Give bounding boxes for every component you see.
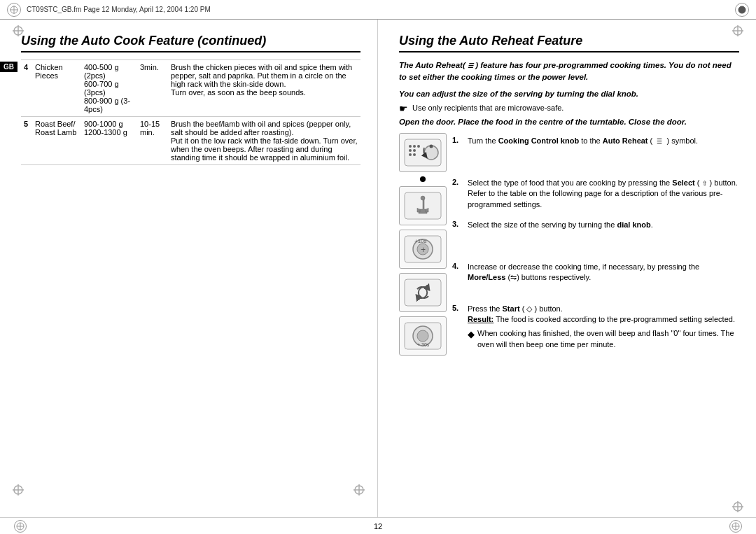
diamond-icon: ◆: [468, 328, 475, 342]
svg-text:+ 30s: + 30s: [417, 342, 430, 347]
right-section-title: Using the Auto Reheat Feature: [399, 34, 739, 52]
icon-more-less: [399, 273, 447, 312]
bottom-left-crosshair: [13, 484, 24, 498]
instruction-4: Brush the chicken pieces with oil and sp…: [168, 60, 360, 117]
step-1: 1. Turn the Cooking Control knob to the …: [452, 133, 739, 172]
step-3-text: Select the size of the serving by turnin…: [468, 220, 739, 231]
food-4: Chicken Pieces: [32, 60, 81, 117]
footer-corner-right: [729, 520, 742, 533]
step-4-text: Increase or decrease the cooking time, i…: [468, 262, 739, 284]
instruction-table: 4 Chicken Pieces 400-500 g (2pcs)600-700…: [21, 59, 360, 165]
step-3-num: 3.: [452, 220, 465, 228]
weight-4: 400-500 g (2pcs)600-700 g (3pcs)800-900 …: [81, 60, 137, 117]
page-number: 12: [374, 522, 382, 531]
bullet-icon: ☛: [399, 104, 408, 113]
step-3: 3. Select the size of the serving by tur…: [452, 217, 739, 256]
svg-point-27: [421, 196, 425, 200]
right-page: Using the Auto Reheat Feature The Auto R…: [378, 20, 756, 517]
step-5-num: 5.: [452, 304, 465, 312]
table-row: 4 Chicken Pieces 400-500 g (2pcs)600-700…: [21, 60, 360, 117]
gb-label: GB: [0, 62, 18, 72]
mid-bullet-1: [420, 176, 426, 182]
row-num-5: 5: [21, 117, 32, 165]
svg-point-21: [413, 149, 416, 152]
step-5: 5. Press the Start ( ◇ ) button. Result:…: [452, 301, 739, 351]
svg-point-20: [409, 149, 412, 152]
instruction-5: Brush the beef/lamb with oil and spices …: [168, 117, 360, 165]
svg-point-18: [413, 145, 416, 148]
svg-point-3: [738, 6, 746, 13]
diamond-bullet: ◆ When cooking has finished, the oven wi…: [468, 328, 739, 351]
step-4: 4. Increase or decrease the cooking time…: [452, 259, 739, 298]
footer: 12: [0, 517, 756, 534]
step-2: 2. Select the type of food that you are …: [452, 175, 739, 214]
top-left-crosshair: [13, 25, 24, 38]
icon-knob-reheat: [399, 133, 447, 172]
steps-column: 1. Turn the Cooking Control knob to the …: [452, 133, 739, 504]
diamond-text: When cooking has finished, the oven will…: [477, 328, 739, 351]
icons-column: + +10s: [399, 133, 447, 504]
open-door-text: Open the door. Place the food in the cen…: [399, 118, 739, 126]
step-2-text: Select the type of food that you are coo…: [468, 178, 739, 211]
step-1-num: 1.: [452, 136, 465, 144]
step-2-num: 2.: [452, 178, 465, 186]
left-section-title: Using the Auto Cook Feature (continued): [21, 34, 360, 52]
svg-rect-33: [405, 279, 441, 306]
top-right-crosshair: [732, 25, 743, 38]
bullet-text: Use only recipients that are microwave-s…: [412, 104, 564, 112]
footer-corner-left: [14, 520, 27, 533]
step-5-text: Press the Start ( ◇ ) button. Result: Th…: [468, 304, 739, 351]
file-info: CT09STC_GB.fm Page 12 Monday, April 12, …: [27, 6, 735, 13]
right-intro: The Auto Reheat( ☰ ) feature has four pr…: [399, 59, 739, 84]
svg-point-19: [417, 145, 420, 148]
icon-select-button: [399, 186, 447, 225]
result-label: Result:: [468, 315, 493, 323]
svg-point-36: [417, 330, 428, 342]
steps-area: + +10s: [399, 133, 739, 504]
food-5: Roast Beef/Roast Lamb: [32, 117, 81, 165]
step-1-text: Turn the Cooking Control knob to the Aut…: [468, 136, 739, 147]
row-num-4: 4: [21, 60, 32, 117]
svg-point-22: [409, 153, 412, 156]
svg-point-23: [413, 153, 416, 156]
header-corner-left: [7, 3, 21, 17]
header-corner-right: [735, 3, 749, 17]
intro-text: The Auto Reheat( ☰ ) feature has four pr…: [399, 61, 732, 81]
bottom-center-crosshair: [354, 484, 365, 498]
weight-5: 900-1000 g1200-1300 g: [81, 117, 137, 165]
svg-point-17: [409, 145, 412, 148]
icon-dial-knob: + +10s: [399, 230, 447, 269]
bullet-microwave-safe: ☛ Use only recipients that are microwave…: [399, 104, 739, 113]
table-row: 5 Roast Beef/Roast Lamb 900-1000 g1200-1…: [21, 117, 360, 165]
left-page: Using the Auto Cook Feature (continued) …: [0, 20, 378, 517]
svg-text:+10s: +10s: [414, 238, 427, 244]
main-content: Using the Auto Cook Feature (continued) …: [0, 20, 756, 517]
time-4: 3min.: [137, 60, 168, 117]
svg-text:+: +: [421, 245, 426, 255]
header-bar: CT09STC_GB.fm Page 12 Monday, April 12, …: [0, 0, 756, 20]
bottom-right-crosshair: [732, 501, 743, 514]
svg-point-25: [430, 144, 433, 148]
icon-start-button: + 30s: [399, 316, 447, 356]
time-5: 10-15 min.: [137, 117, 168, 165]
bold-italic-1: You can adjust the size of the serving b…: [399, 90, 739, 98]
step-4-num: 4.: [452, 262, 465, 270]
